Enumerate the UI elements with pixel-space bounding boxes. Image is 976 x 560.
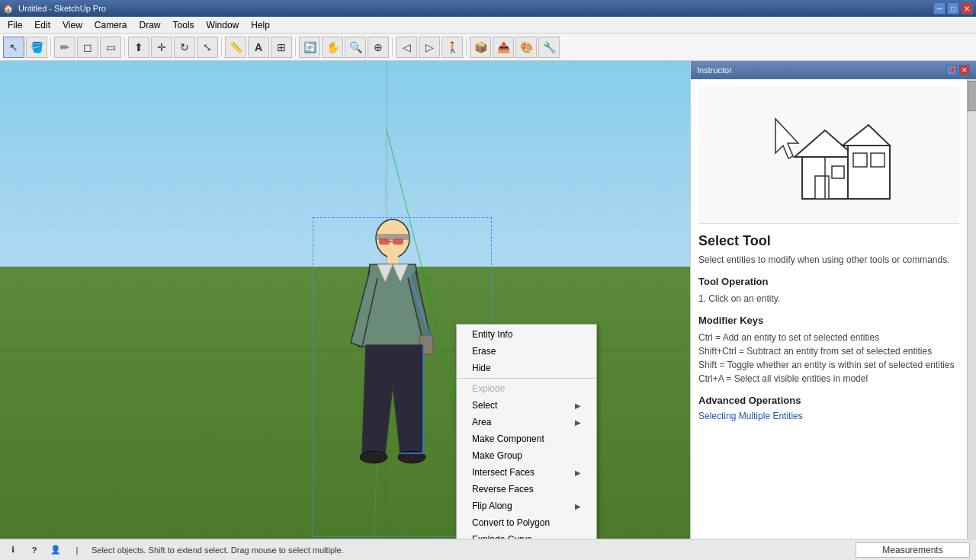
titlebar: 🏠 Untitled - SketchUp Pro ─ □ ✕ (0, 0, 976, 17)
toolbar-separator-5 (392, 38, 393, 56)
instructor-close-button[interactable]: ✕ (959, 65, 970, 75)
instructor-advanced-title: Advanced Operations (698, 395, 959, 406)
ctx-area[interactable]: Area ▶ (457, 414, 596, 430)
ctx-hide[interactable]: Hide (457, 360, 596, 376)
instructor-content: Select Tool Select entities to modify wh… (691, 79, 967, 539)
eraser-tool-button[interactable]: ◻ (77, 37, 98, 58)
ctx-reverse-faces[interactable]: Reverse Faces (457, 481, 596, 498)
prev-view-button[interactable]: ◁ (396, 37, 417, 58)
main-area: Entity Info Erase Hide Explode Select ▶ … (0, 61, 976, 539)
ctx-select[interactable]: Select ▶ (457, 397, 596, 414)
instructor-tool-desc: Select entities to modify when using oth… (698, 254, 959, 267)
measurements-panel: Measurements (856, 542, 970, 558)
statusbar: ℹ ? 👤 | Select objects. Shift to extend … (0, 539, 976, 560)
titlebar-title: 🏠 Untitled - SketchUp Pro (3, 4, 106, 14)
ctx-intersect-arrow: ▶ (575, 469, 581, 477)
ctx-entity-info[interactable]: Entity Info (457, 326, 596, 343)
menu-camera[interactable]: Camera (88, 18, 133, 32)
measurements-label: Measurements (882, 545, 942, 555)
ctx-make-group[interactable]: Make Group (457, 447, 596, 464)
instructor-modifier-text: Ctrl = Add an entity to set of selected … (698, 331, 959, 386)
instructor-illustration (698, 87, 959, 224)
menubar: File Edit View Camera Draw Tools Window … (0, 17, 976, 34)
rotate-tool-button[interactable]: ↻ (174, 37, 195, 58)
menu-window[interactable]: Window (201, 18, 246, 32)
instructor-operation-text: 1. Click on an entity. (698, 292, 959, 306)
ctx-explode-curve[interactable]: Explode Curve (457, 531, 596, 539)
context-menu: Entity Info Erase Hide Explode Select ▶ … (456, 324, 597, 539)
minimize-button[interactable]: ─ (933, 2, 946, 14)
menu-view[interactable]: View (56, 18, 88, 32)
ctx-area-arrow: ▶ (575, 418, 581, 427)
instructor-title: Instructor (697, 66, 732, 75)
ctx-explode: Explode (457, 380, 596, 397)
instructor-operation-title: Tool Operation (698, 276, 959, 287)
ctx-select-arrow: ▶ (575, 402, 581, 410)
axes-tool-button[interactable]: ⊞ (271, 37, 292, 58)
rectangle-tool-button[interactable]: ▭ (100, 37, 121, 58)
instructor-panel: Instructor 📌 ✕ (690, 61, 976, 539)
house-illustration-svg (760, 96, 897, 214)
instructor-advanced-link[interactable]: Selecting Multiple Entities (698, 411, 803, 421)
zoom-tool-button[interactable]: 🔍 (345, 37, 366, 58)
toolbar: ↖ 🪣 ✏ ◻ ▭ ⬆ ✛ ↻ ⤡ 📏 A ⊞ 🔄 ✋ 🔍 ⊕ ◁ ▷ 🚶 📦 … (0, 34, 976, 61)
instructor-tool-title: Select Tool (698, 233, 959, 249)
svg-rect-23 (815, 176, 829, 199)
next-view-button[interactable]: ▷ (419, 37, 440, 58)
ctx-convert-polygon[interactable]: Convert to Polygon (457, 514, 596, 531)
ctx-intersect-faces[interactable]: Intersect Faces ▶ (457, 464, 596, 481)
ctx-flip-along[interactable]: Flip Along ▶ (457, 498, 596, 514)
extension-button[interactable]: 🔧 (538, 37, 560, 58)
select-tool-button[interactable]: ↖ (3, 37, 24, 58)
viewport[interactable]: Entity Info Erase Hide Explode Select ▶ … (0, 61, 690, 539)
menu-draw[interactable]: Draw (133, 18, 167, 32)
ctx-sep-1 (457, 378, 596, 379)
titlebar-controls: ─ □ ✕ (933, 2, 973, 14)
app-title: Untitled - SketchUp Pro (18, 4, 106, 13)
close-button[interactable]: ✕ (961, 2, 973, 14)
status-info-icon[interactable]: ℹ (6, 543, 20, 557)
toolbar-separator-4 (295, 38, 296, 56)
status-user-icon[interactable]: 👤 (49, 543, 63, 557)
toolbar-separator-2 (124, 38, 125, 56)
tape-tool-button[interactable]: 📏 (225, 37, 246, 58)
move-tool-button[interactable]: ✛ (151, 37, 172, 58)
share-component-button[interactable]: 🎨 (515, 37, 537, 58)
pushpull-tool-button[interactable]: ⬆ (128, 37, 149, 58)
scale-tool-button[interactable]: ⤡ (197, 37, 218, 58)
menu-file[interactable]: File (2, 18, 28, 32)
svg-rect-25 (853, 153, 867, 167)
maximize-button[interactable]: □ (947, 2, 959, 14)
status-help-icon[interactable]: ? (27, 543, 41, 557)
menu-help[interactable]: Help (245, 18, 276, 32)
share-model-button[interactable]: 📤 (493, 37, 514, 58)
menu-tools[interactable]: Tools (167, 18, 201, 32)
app-icon: 🏠 (3, 4, 14, 14)
ctx-make-component[interactable]: Make Component (457, 430, 596, 447)
svg-marker-18 (775, 119, 798, 158)
text-tool-button[interactable]: A (248, 37, 269, 58)
instructor-scrollbar[interactable] (967, 79, 976, 539)
orbit-tool-button[interactable]: 🔄 (299, 37, 320, 58)
scrollbar-thumb[interactable] (968, 81, 976, 111)
ctx-flip-arrow: ▶ (575, 502, 581, 510)
svg-rect-26 (871, 153, 884, 167)
instructor-modifier-title: Modifier Keys (698, 315, 959, 326)
pencil-tool-button[interactable]: ✏ (54, 37, 75, 58)
toolbar-separator-3 (221, 38, 222, 56)
ctx-erase[interactable]: Erase (457, 343, 596, 360)
svg-marker-22 (843, 125, 890, 146)
menu-edit[interactable]: Edit (28, 18, 56, 32)
instructor-header: Instructor 📌 ✕ (691, 61, 976, 79)
paint-tool-button[interactable]: 🪣 (26, 37, 47, 58)
toolbar-separator-1 (50, 38, 51, 56)
svg-rect-24 (832, 166, 844, 178)
status-text: Select objects. Shift to extend select. … (92, 546, 344, 555)
walk-button[interactable]: 🚶 (441, 37, 463, 58)
pan-tool-button[interactable]: ✋ (322, 37, 343, 58)
instructor-pin-button[interactable]: 📌 (946, 65, 957, 75)
zoom-extent-button[interactable]: ⊕ (368, 37, 389, 58)
toolbar-separator-6 (466, 38, 467, 56)
status-extra-icon[interactable]: | (70, 543, 84, 557)
get-models-button[interactable]: 📦 (470, 37, 491, 58)
